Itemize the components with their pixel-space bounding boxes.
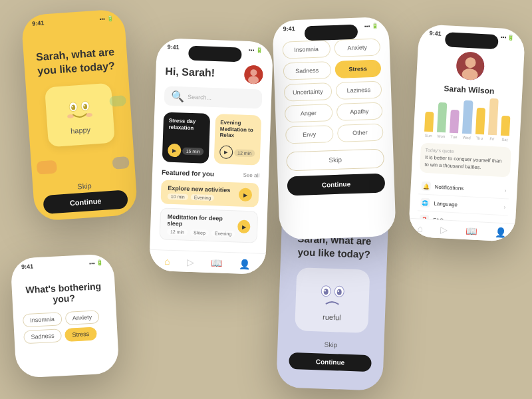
activity2-tag-duration: 12 min (167, 229, 188, 235)
featured-card1-play[interactable]: ▶ (168, 144, 182, 158)
activity2-play[interactable]: ▶ (237, 219, 251, 233)
phone2-question: What's bothering you? (21, 281, 106, 307)
tag4-laziness[interactable]: Laziness (335, 80, 382, 99)
phone3-signal: ▪▪▪ 🔋 (249, 47, 263, 53)
chart-label-wed: Wed (462, 136, 471, 140)
avatar-image (244, 65, 263, 84)
profile-avatar (456, 51, 485, 80)
tag4-anxiety[interactable]: Anxiety (334, 39, 380, 57)
phone2-signal: ▪▪▪ 🔋 (89, 259, 103, 266)
profile-nav-book[interactable]: 📖 (466, 225, 477, 237)
activity1-name: Explore new activities (168, 185, 230, 194)
phone1-continue-button[interactable]: Continue (43, 190, 128, 214)
tag4-apathy[interactable]: Apathy (336, 102, 382, 120)
activity1-tag-duration: 10 min (168, 194, 188, 200)
tag4-anger[interactable]: Anger (285, 104, 332, 122)
tag-stress[interactable]: Stress (65, 327, 96, 342)
decoration-blob-orange (37, 160, 57, 175)
phone-bothering: 9:41 ▪▪▪ 🔋 What's bothering you? Insomni… (10, 253, 119, 378)
rueful-face-svg (313, 279, 352, 311)
mood-label: happy (70, 126, 91, 135)
chart-bar-sun: Sun (424, 112, 434, 138)
phone2-tag-grid: Insomnia Anxiety Sadness Stress (23, 310, 108, 344)
tag4-uncertainty[interactable]: Uncertainty (284, 82, 332, 101)
phone4-time: 9:41 (283, 25, 295, 33)
chart-label-fri: Fri (489, 137, 494, 141)
phone-tag-selection: 9:41 ▪▪▪ 🔋 Insomnia Anxiety Sadness Stre… (272, 17, 396, 240)
tag-sadness[interactable]: Sadness (23, 329, 62, 344)
mood-chart: SunMonTueWedThuFriSat (422, 98, 514, 142)
chart-bar-mon: Mon (437, 102, 448, 139)
section-header: Featured for you See all (162, 168, 259, 179)
phone4-signal: ▪▪▪ 🔋 (364, 23, 378, 29)
see-all-link[interactable]: See all (243, 172, 259, 179)
featured-card-dark[interactable]: Stress day relaxation ▶ 15 min (162, 112, 210, 163)
featured-cards-row: Stress day relaxation ▶ 15 min Evening M… (162, 112, 262, 165)
profile-nav-play[interactable]: ▷ (440, 224, 448, 235)
phone3-notch (188, 46, 242, 63)
activity2-tag-time: Evening (211, 230, 235, 237)
chart-label-mon: Mon (437, 134, 445, 139)
nav-home-icon[interactable]: ⌂ (164, 255, 170, 266)
phone6-time: 9:41 (430, 30, 442, 37)
tag4-stress[interactable]: Stress (334, 59, 381, 78)
profile-nav-person[interactable]: 👤 (495, 227, 507, 238)
profile-name: Sarah Wilson (424, 83, 515, 97)
phone-home: 9:41 ▪▪▪ 🔋 Hi, Sarah! 🔍 Search... Stress… (149, 38, 273, 275)
decoration-blob-green (109, 95, 126, 107)
featured-card2-play[interactable]: ▶ (219, 145, 233, 159)
nav-book-icon[interactable]: 📖 (211, 257, 223, 269)
nav-person-icon[interactable]: 👤 (239, 258, 251, 269)
home-greeting: Hi, Sarah! (165, 66, 215, 80)
activity-card-1[interactable]: Explore new activities 10 min Evening ▶ (160, 180, 259, 207)
phone1-question: Sarah, what are you like today? (33, 45, 119, 78)
activity1-play[interactable]: ▶ (239, 188, 253, 201)
section-title: Featured for you (162, 168, 214, 178)
phone5-mood-card[interactable]: rueful (295, 267, 370, 333)
phone-profile: 9:41 ▪▪▪ 🔋 Sarah Wilson SunMonTueWedThuF… (408, 24, 526, 242)
language-icon: 🌐 (420, 198, 430, 208)
notifications-icon: 🔔 (421, 182, 431, 192)
chart-bar-tue: Tue (450, 110, 460, 140)
tag4-insomnia[interactable]: Insomnia (282, 40, 330, 59)
profile-nav-home[interactable]: ⌂ (417, 223, 423, 233)
phone6-signal: ▪▪▪ 🔋 (501, 34, 515, 41)
search-icon: 🔍 (171, 90, 185, 103)
phone1-mood-card[interactable]: happy (44, 82, 114, 147)
activity2-tag-type: Sleep (190, 229, 209, 236)
chart-label-sat: Sat (501, 138, 507, 142)
chart-bar-thu: Thu (475, 108, 485, 141)
tag-insomnia[interactable]: Insomnia (23, 312, 62, 327)
featured-card-cream[interactable]: Evening Meditation to Relax ▶ 12 min (213, 114, 261, 165)
featured-card2-title: Evening Meditation to Relax (219, 119, 255, 140)
home-search-bar[interactable]: 🔍 Search... (164, 86, 263, 108)
activity-card-2[interactable]: Meditation for deep sleep 12 min Sleep E… (160, 207, 259, 243)
phone4-skip-button[interactable]: Skip (286, 148, 384, 171)
phone1-signal: ▪▪▪ (99, 15, 105, 22)
home-avatar[interactable] (244, 65, 263, 84)
tag-anxiety[interactable]: Anxiety (65, 310, 99, 325)
chart-bar-wed: Wed (462, 100, 473, 140)
phone1-time: 9:41 (32, 19, 45, 27)
phone5-skip-button[interactable]: Skip (325, 341, 338, 349)
nav-play-icon[interactable]: ▷ (187, 256, 195, 267)
phone3-bottom-nav: ⌂ ▷ 📖 👤 (149, 249, 266, 275)
chart-label-thu: Thu (475, 136, 483, 141)
activity2-name: Meditation for deep sleep (167, 213, 237, 229)
phone2-time: 9:41 (21, 263, 34, 270)
profile-avatar-image (456, 51, 485, 80)
phone4-continue-button[interactable]: Continue (287, 173, 385, 196)
phone5-continue-button[interactable]: Continue (289, 352, 371, 372)
tag4-sadness[interactable]: Sadness (283, 61, 331, 80)
notifications-arrow: › (505, 188, 507, 194)
tag4-envy[interactable]: Envy (285, 125, 333, 144)
phone1-skip-button[interactable]: Skip (77, 182, 92, 190)
phone-happy-mood: 9:41 ▪▪▪ 🔋 Sarah, what are you like toda… (21, 9, 138, 221)
decoration-blob-blue (112, 156, 130, 170)
chart-bar-sat: Sat (500, 116, 510, 142)
featured-card1-duration: 15 min (183, 147, 203, 155)
tag4-other[interactable]: Other (336, 123, 383, 142)
quote-text: It is better to conquer yourself than to… (424, 154, 506, 172)
happy-face-svg (61, 94, 98, 125)
chart-label-tue: Tue (450, 135, 457, 140)
